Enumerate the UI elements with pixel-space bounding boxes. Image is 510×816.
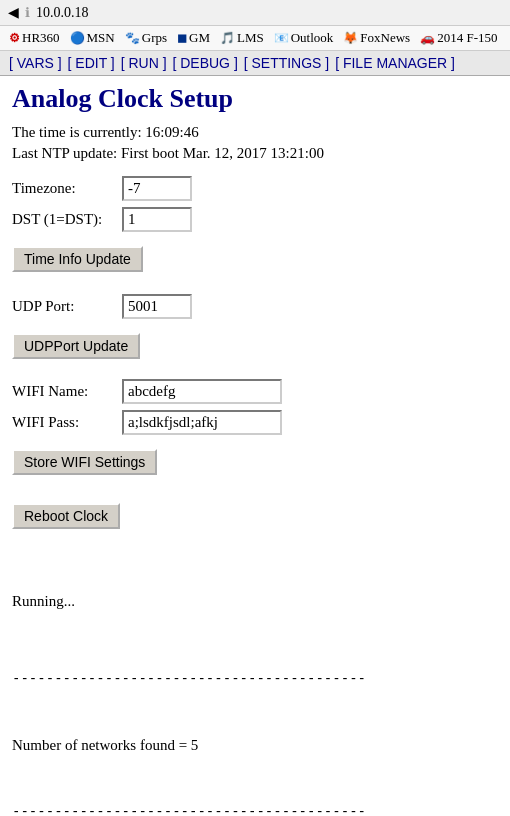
- timezone-section: Timezone: DST (1=DST):: [12, 176, 498, 232]
- bookmark-grps[interactable]: 🐾 Grps: [122, 29, 170, 47]
- dst-row: DST (1=DST):: [12, 207, 498, 232]
- bookmark-f150-label: 2014 F-150: [437, 30, 497, 46]
- wifi-pass-label: WIFI Pass:: [12, 414, 122, 431]
- ntp-line: Last NTP update: First boot Mar. 12, 201…: [12, 145, 498, 162]
- bookmark-gm-label: GM: [189, 30, 210, 46]
- udp-port-row: UDP Port:: [12, 294, 498, 319]
- url-display[interactable]: 10.0.0.18: [36, 5, 89, 21]
- bookmark-hr360[interactable]: ⚙ HR360: [6, 29, 63, 47]
- nav-edit[interactable]: [ EDIT ]: [68, 55, 115, 71]
- wifi-name-row: WIFI Name:: [12, 379, 498, 404]
- nav-bar: [ VARS ] [ EDIT ] [ RUN ] [ DEBUG ] [ SE…: [0, 51, 510, 76]
- wifi-pass-row: WIFI Pass:: [12, 410, 498, 435]
- bookmark-f150[interactable]: 🚗 2014 F-150: [417, 29, 500, 47]
- bookmark-gm[interactable]: ◼ GM: [174, 29, 213, 47]
- bookmark-lms-label: LMS: [237, 30, 264, 46]
- outlook-icon: 📧: [274, 31, 289, 46]
- wifi-name-input[interactable]: [122, 379, 282, 404]
- nav-debug[interactable]: [ DEBUG ]: [172, 55, 237, 71]
- udp-update-section: UDPPort Update: [12, 325, 498, 367]
- reboot-section: Reboot Clock: [12, 495, 498, 537]
- time-current-value: 16:09:46: [145, 124, 198, 140]
- store-wifi-section: Store WIFI Settings: [12, 441, 498, 483]
- f150-icon: 🚗: [420, 31, 435, 46]
- wifi-pass-input[interactable]: [122, 410, 282, 435]
- time-update-button[interactable]: Time Info Update: [12, 246, 143, 272]
- gm-icon: ◼: [177, 31, 187, 46]
- wifi-name-label: WIFI Name:: [12, 383, 122, 400]
- lms-icon: 🎵: [220, 31, 235, 46]
- timezone-input[interactable]: [122, 176, 192, 201]
- time-update-section: Time Info Update: [12, 238, 498, 280]
- udp-section: UDP Port:: [12, 294, 498, 319]
- separator2: ----------------------------------------…: [12, 801, 498, 816]
- page-title: Analog Clock Setup: [12, 84, 498, 114]
- bookmark-msn-label: MSN: [87, 30, 115, 46]
- ntp-value: First boot Mar. 12, 2017 13:21:00: [121, 145, 324, 161]
- udp-update-button[interactable]: UDPPort Update: [12, 333, 140, 359]
- reboot-button[interactable]: Reboot Clock: [12, 503, 120, 529]
- udp-port-label: UDP Port:: [12, 298, 122, 315]
- bookmarks-bar: ⚙ HR360 🔵 MSN 🐾 Grps ◼ GM 🎵 LMS 📧 Outloo…: [0, 26, 510, 51]
- time-current-line: The time is currently: 16:09:46: [12, 124, 498, 141]
- output-area: Running... -----------------------------…: [12, 545, 498, 816]
- nav-file-manager[interactable]: [ FILE MANAGER ]: [335, 55, 455, 71]
- nav-vars[interactable]: [ VARS ]: [9, 55, 62, 71]
- separator1: ----------------------------------------…: [12, 668, 498, 689]
- nav-settings[interactable]: [ SETTINGS ]: [244, 55, 330, 71]
- ntp-label: Last NTP update:: [12, 145, 117, 161]
- info-icon: ℹ: [25, 5, 30, 21]
- timezone-row: Timezone:: [12, 176, 498, 201]
- store-wifi-button[interactable]: Store WIFI Settings: [12, 449, 157, 475]
- bookmark-foxnews-label: FoxNews: [360, 30, 410, 46]
- bookmark-outlook[interactable]: 📧 Outlook: [271, 29, 337, 47]
- bookmark-foxnews[interactable]: 🦊 FoxNews: [340, 29, 413, 47]
- msn-icon: 🔵: [70, 31, 85, 46]
- timezone-label: Timezone:: [12, 180, 122, 197]
- time-current-label: The time is currently:: [12, 124, 142, 140]
- nav-run[interactable]: [ RUN ]: [121, 55, 167, 71]
- udp-port-input[interactable]: [122, 294, 192, 319]
- hr360-icon: ⚙: [9, 31, 20, 46]
- browser-bar: ◀ ℹ 10.0.0.18: [0, 0, 510, 26]
- bookmark-hr360-label: HR360: [22, 30, 60, 46]
- foxnews-icon: 🦊: [343, 31, 358, 46]
- back-button[interactable]: ◀: [8, 4, 19, 21]
- page-content: Analog Clock Setup The time is currently…: [0, 76, 510, 816]
- output-running: Running...: [12, 590, 498, 613]
- dst-label: DST (1=DST):: [12, 211, 122, 228]
- wifi-section: WIFI Name: WIFI Pass:: [12, 379, 498, 435]
- grps-icon: 🐾: [125, 31, 140, 46]
- bookmark-grps-label: Grps: [142, 30, 167, 46]
- dst-input[interactable]: [122, 207, 192, 232]
- bookmark-outlook-label: Outlook: [291, 30, 334, 46]
- bookmark-msn[interactable]: 🔵 MSN: [67, 29, 118, 47]
- networks-found: Number of networks found = 5: [12, 734, 498, 757]
- bookmark-lms[interactable]: 🎵 LMS: [217, 29, 267, 47]
